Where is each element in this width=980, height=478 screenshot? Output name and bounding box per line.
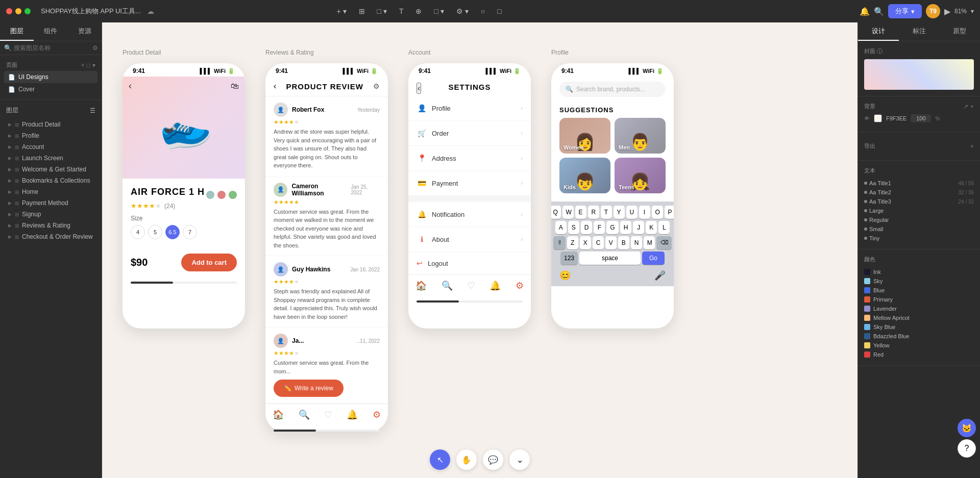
- heart-nav-icon[interactable]: ♡: [324, 409, 332, 420]
- eye-icon[interactable]: 👁: [864, 115, 870, 121]
- write-review-button[interactable]: ✏️ Write a review: [274, 380, 344, 397]
- comment-tool-button[interactable]: 💬: [483, 449, 503, 470]
- layer-item-payment[interactable]: ▶ ⊞ Payment Method: [4, 197, 97, 209]
- color-primary[interactable]: Primary: [864, 295, 974, 304]
- text-tool-btn[interactable]: T: [396, 5, 407, 17]
- emoji-button[interactable]: 😊: [559, 270, 571, 281]
- reviews-back-button[interactable]: ‹: [274, 82, 276, 91]
- settings-nav-icon[interactable]: ⚙: [516, 280, 524, 291]
- layer-item-product-detail[interactable]: ▶ ⊞ Product Detail: [4, 119, 97, 130]
- bg-opacity-input[interactable]: [911, 114, 931, 122]
- layer-item-welcome[interactable]: ▶ ⊞ Welcome & Get Started: [4, 164, 97, 175]
- fullscreen-window-btn[interactable]: [24, 8, 31, 14]
- home-nav-icon[interactable]: 🏠: [415, 280, 427, 291]
- search-nav-icon[interactable]: 🔍: [299, 409, 310, 420]
- settings-item-order[interactable]: 🛒 Order ›: [408, 121, 531, 146]
- share-button[interactable]: 分享 ▾: [888, 4, 922, 18]
- zoom-dropdown-icon[interactable]: ▾: [971, 8, 974, 15]
- page-item-ui-designs[interactable]: 📄 UI Designs: [4, 71, 97, 83]
- hand-tool-button[interactable]: ✋: [456, 449, 477, 470]
- account-back-button[interactable]: ‹: [416, 83, 421, 94]
- settings-nav-icon[interactable]: ⚙: [373, 409, 381, 420]
- bg-color-swatch[interactable]: [874, 114, 882, 122]
- key-shift[interactable]: ⇧: [553, 236, 566, 249]
- profile-search-bar[interactable]: 🔍 Search brand, products...: [559, 82, 666, 97]
- settings-item-address[interactable]: 📍 Address ›: [408, 146, 531, 171]
- layer-item-launch-screen[interactable]: ▶ ⊞ Launch Screen: [4, 153, 97, 164]
- play-button[interactable]: ▶: [944, 7, 950, 16]
- color-option-red[interactable]: [217, 191, 226, 199]
- settings-item-logout[interactable]: ↩ Logout: [408, 252, 531, 274]
- size-7[interactable]: 7: [183, 225, 197, 239]
- color-lavender[interactable]: Lavender: [864, 304, 974, 313]
- cart-button[interactable]: 🛍: [231, 81, 239, 91]
- microphone-button[interactable]: 🎤: [654, 270, 666, 281]
- key-r[interactable]: R: [588, 206, 599, 219]
- key-f[interactable]: F: [594, 221, 605, 234]
- suggestion-card-men[interactable]: 👨 Men: [615, 118, 666, 154]
- key-m[interactable]: M: [644, 236, 655, 249]
- key-a[interactable]: A: [555, 221, 567, 234]
- reviews-filter-icon[interactable]: ⚙: [373, 82, 380, 90]
- suggestion-card-teens[interactable]: 👧 Teens: [615, 158, 666, 193]
- layer-search-input[interactable]: [14, 44, 90, 52]
- layers-options-icon[interactable]: ☰: [90, 107, 95, 114]
- key-w[interactable]: W: [562, 206, 574, 219]
- page-options-icon[interactable]: □: [87, 62, 90, 69]
- typo-title3[interactable]: Aa Title3 24 / 32: [864, 197, 974, 206]
- frame-tool-btn[interactable]: ⊞: [356, 5, 368, 17]
- page-expand-icon[interactable]: ▾: [92, 62, 95, 69]
- boolean-tool-btn[interactable]: □ ▾: [431, 5, 447, 17]
- typo-tiny[interactable]: Tiny: [864, 234, 974, 243]
- color-option-teal[interactable]: [206, 191, 214, 199]
- color-yellow[interactable]: Yellow: [864, 341, 974, 350]
- minimize-window-btn[interactable]: [15, 8, 21, 14]
- key-delete[interactable]: ⌫: [656, 236, 672, 249]
- tab-design[interactable]: 设计: [858, 22, 899, 41]
- typo-title2[interactable]: Aa Title2 32 / 36: [864, 188, 974, 197]
- help-button[interactable]: ?: [958, 439, 976, 458]
- layer-item-bookmarks[interactable]: ▶ ⊞ Bookmarks & Collections: [4, 175, 97, 186]
- search-nav-icon[interactable]: 🔍: [442, 280, 453, 291]
- key-p[interactable]: P: [665, 206, 674, 219]
- key-n[interactable]: N: [631, 236, 642, 249]
- tab-annotation[interactable]: 标注: [899, 22, 940, 41]
- size-5[interactable]: 5: [148, 225, 162, 239]
- key-o[interactable]: O: [652, 206, 663, 219]
- key-h[interactable]: H: [620, 221, 632, 234]
- settings-item-profile[interactable]: 👤 Profile ›: [408, 96, 531, 121]
- key-u[interactable]: U: [626, 206, 638, 219]
- chat-avatar-button[interactable]: 🐱: [958, 419, 976, 437]
- add-page-icon[interactable]: +: [81, 62, 85, 69]
- layer-item-home[interactable]: ▶ ⊞ Home: [4, 186, 97, 197]
- cursor-tool-button[interactable]: ↖: [430, 449, 450, 470]
- tab-prototype[interactable]: 原型: [939, 22, 980, 41]
- pen-tool-btn[interactable]: ⊕: [412, 5, 425, 17]
- color-ink[interactable]: Ink: [864, 267, 974, 276]
- settings-item-notification[interactable]: 🔔 Notification ›: [408, 202, 531, 227]
- shape-tool-btn[interactable]: □ ▾: [374, 5, 390, 17]
- layer-item-checkout[interactable]: ▶ ⊞ Checkout & Order Review: [4, 231, 97, 242]
- typo-large[interactable]: Large: [864, 206, 974, 215]
- color-red[interactable]: Red: [864, 350, 974, 359]
- layer-item-reviews[interactable]: ▶ ⊞ Reviews & Rating: [4, 220, 97, 231]
- bg-export-icon[interactable]: ↗: [963, 103, 968, 110]
- color-bdazzled-blue[interactable]: Bdazzled Blue: [864, 332, 974, 341]
- tab-components[interactable]: 组件: [34, 22, 67, 41]
- key-go[interactable]: Go: [642, 251, 665, 265]
- color-option-green[interactable]: [229, 191, 237, 199]
- key-s[interactable]: S: [568, 221, 579, 234]
- suggestion-card-kids[interactable]: 👦 Kids: [559, 158, 610, 193]
- bell-nav-icon[interactable]: 🔔: [347, 409, 358, 420]
- color-mellow-apricot[interactable]: Mellow Apricot: [864, 313, 974, 322]
- tab-assets[interactable]: 资源: [68, 22, 102, 41]
- key-e[interactable]: E: [575, 206, 586, 219]
- typo-title1[interactable]: Aa Title1 48 / 56: [864, 179, 974, 188]
- color-sky[interactable]: Sky: [864, 276, 974, 286]
- color-sky-blue[interactable]: Sky Blue: [864, 322, 974, 332]
- heart-nav-icon[interactable]: ♡: [467, 280, 475, 291]
- key-g[interactable]: G: [606, 221, 618, 234]
- key-v[interactable]: V: [605, 236, 617, 249]
- key-z[interactable]: Z: [567, 236, 578, 249]
- key-k[interactable]: K: [646, 221, 657, 234]
